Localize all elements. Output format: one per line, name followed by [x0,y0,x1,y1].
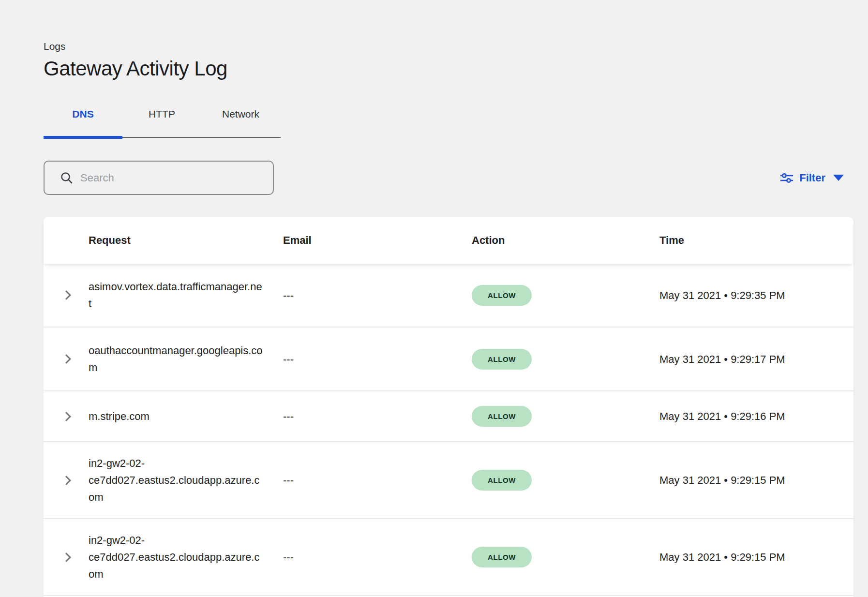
time-value: May 31 2021 • 9:29:16 PM [659,410,785,422]
time-value: May 31 2021 • 9:29:17 PM [659,353,785,365]
action-badge: ALLOW [472,547,532,567]
action-cell: ALLOW [472,285,659,306]
request-cell: asimov.vortex.data.trafficmanager.net [89,278,283,312]
page-content: Logs Gateway Activity Log DNS HTTP Netwo… [44,0,853,597]
time-cell: May 31 2021 • 9:29:17 PM [659,351,853,368]
column-header-request: Request [89,232,283,249]
action-badge: ALLOW [472,285,532,306]
time-cell: May 31 2021 • 9:29:15 PM [659,472,853,489]
email-value: --- [283,474,294,486]
action-cell: ALLOW [472,406,659,427]
time-value: May 31 2021 • 9:29:15 PM [659,551,785,563]
request-cell: in2-gw2-02-ce7dd027.eastus2.cloudapp.azu… [89,455,283,506]
request-domain: m.stripe.com [89,408,150,425]
request-domain: in2-gw2-02-ce7dd027.eastus2.cloudapp.azu… [89,455,263,506]
table-row[interactable]: in2-gw2-02-ce7dd027.eastus2.cloudapp.azu… [44,442,853,519]
tab-network[interactable]: Network [201,91,280,137]
expand-cell [44,292,89,298]
search-input[interactable] [80,172,264,184]
table-body: asimov.vortex.data.trafficmanager.net --… [44,264,853,596]
action-cell: ALLOW [472,547,659,567]
filter-button[interactable]: Filter [780,172,844,184]
time-cell: May 31 2021 • 9:29:16 PM [659,408,853,425]
email-cell: --- [283,472,472,489]
expand-cell [44,477,89,484]
activity-table: Request Email Action Time asimov.vortex.… [44,217,853,597]
search-icon [60,171,74,185]
column-header-action: Action [472,232,659,249]
sliders-icon [780,172,793,184]
email-cell: --- [283,287,472,304]
filter-label: Filter [799,172,825,184]
expand-cell [44,554,89,561]
tab-dns-label: DNS [72,108,93,120]
time-cell: May 31 2021 • 9:29:35 PM [659,287,853,304]
action-badge: ALLOW [472,349,532,370]
email-value: --- [283,551,294,563]
request-cell: in2-gw2-02-ce7dd027.eastus2.cloudapp.azu… [89,532,283,582]
request-domain: oauthaccountmanager.googleapis.com [89,342,263,376]
chevron-right-icon[interactable] [61,476,71,485]
request-domain: in2-gw2-02-ce7dd027.eastus2.cloudapp.azu… [89,532,263,582]
email-value: --- [283,289,294,301]
chevron-right-icon[interactable] [61,552,71,562]
table-row[interactable]: m.stripe.com --- ALLOW May 31 2021 • 9:2… [44,391,853,442]
action-badge: ALLOW [472,406,532,427]
caret-down-icon [833,175,844,181]
expand-cell [44,413,89,420]
tab-bar: DNS HTTP Network [44,91,281,138]
email-value: --- [283,410,294,422]
tab-dns[interactable]: DNS [44,91,122,137]
request-cell: m.stripe.com [89,408,283,425]
time-cell: May 31 2021 • 9:29:15 PM [659,549,853,566]
expand-cell [44,356,89,362]
search-box[interactable] [44,161,274,195]
chevron-right-icon[interactable] [61,412,71,421]
table-row[interactable]: oauthaccountmanager.googleapis.com --- A… [44,328,853,391]
tab-http-label: HTTP [149,108,175,120]
chevron-right-icon[interactable] [61,290,71,300]
tab-http[interactable]: HTTP [122,91,201,137]
table-row[interactable]: in2-gw2-02-ce7dd027.eastus2.cloudapp.azu… [44,519,853,596]
action-badge: ALLOW [472,470,532,491]
email-cell: --- [283,351,472,368]
email-cell: --- [283,408,472,425]
column-header-email: Email [283,232,472,249]
time-value: May 31 2021 • 9:29:35 PM [659,289,785,301]
email-cell: --- [283,549,472,566]
email-value: --- [283,353,294,365]
table-row[interactable]: asimov.vortex.data.trafficmanager.net --… [44,264,853,328]
request-domain: asimov.vortex.data.trafficmanager.net [89,278,263,312]
chevron-right-icon[interactable] [61,354,71,364]
action-cell: ALLOW [472,349,659,370]
request-cell: oauthaccountmanager.googleapis.com [89,342,283,376]
table-header: Request Email Action Time [44,217,853,264]
breadcrumb: Logs [44,0,853,52]
toolbar: Filter [44,161,853,195]
column-header-time: Time [659,232,853,249]
tab-network-label: Network [222,108,259,120]
time-value: May 31 2021 • 9:29:15 PM [659,474,785,486]
action-cell: ALLOW [472,470,659,491]
page-title: Gateway Activity Log [44,57,853,80]
